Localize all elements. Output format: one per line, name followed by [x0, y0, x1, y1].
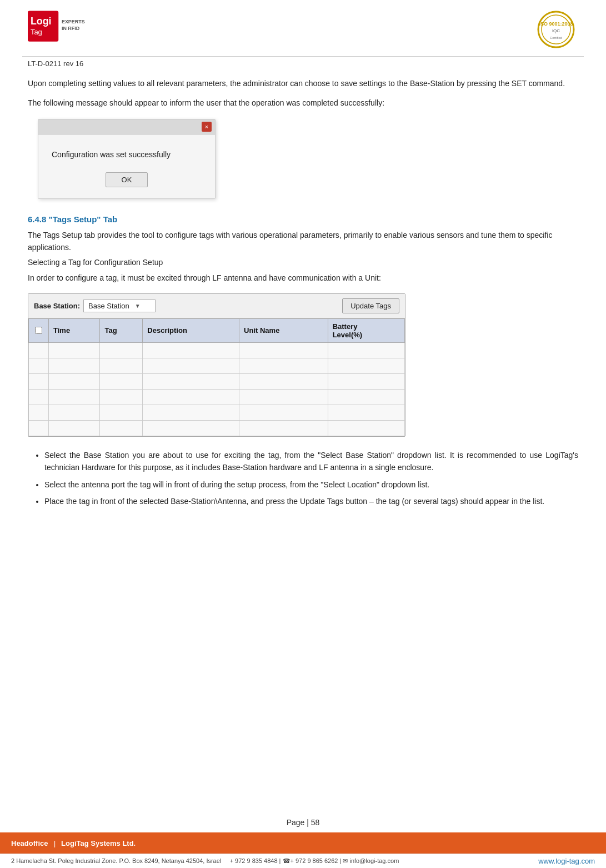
doc-reference: LT-D-0211 rev 16 — [28, 59, 578, 68]
chevron-down-icon: ▼ — [135, 303, 141, 309]
svg-text:Logi: Logi — [31, 16, 52, 27]
intro-para2: The following message should appear to i… — [28, 97, 578, 109]
svg-text:EXPERTS: EXPERTS — [62, 19, 85, 24]
section-648-para2: Selecting a Tag for Configuration Setup — [28, 257, 578, 269]
footer-address: 2 Hamelacha St. Poleg Industrial Zone. P… — [11, 857, 221, 864]
dialog-titlebar: × — [38, 119, 215, 134]
svg-text:Tag: Tag — [31, 28, 42, 36]
base-station-dropdown[interactable]: Base Station ▼ — [83, 300, 156, 312]
logitag-logo: Logi Tag EXPERTS IN RFID — [28, 10, 100, 45]
list-item: Select the antenna port the tag will in … — [44, 478, 578, 491]
instructions-list: Select the Base Station you are about to… — [44, 449, 578, 508]
col-tag: Tag — [100, 318, 143, 342]
footer-company-name: LogiTag Systems Ltd. — [61, 839, 136, 847]
select-all-checkbox[interactable] — [35, 327, 42, 334]
tags-table-body — [29, 342, 405, 436]
table-row — [29, 358, 405, 373]
footer-address-text: 2 Hamelacha St. Poleg Industrial Zone. P… — [11, 857, 399, 865]
base-station-selector: Base Station: Base Station ▼ — [34, 300, 156, 312]
table-row — [29, 405, 405, 420]
dialog-body: Configuration was set successfully OK — [38, 134, 215, 198]
iso-logo: ISO 9001:2008 IQC Certified — [534, 10, 578, 51]
col-battery-level: BatteryLevel(%) — [328, 318, 404, 342]
table-row — [29, 342, 405, 358]
list-item: Select the Base Station you are about to… — [44, 449, 578, 474]
tags-table-header: Time Tag Description Unit Name BatteryLe… — [29, 318, 405, 342]
table-row — [29, 373, 405, 389]
footer-headoffice-label: Headoffice — [11, 839, 48, 847]
footer-separator: | — [53, 839, 56, 847]
svg-text:IN RFID: IN RFID — [62, 26, 80, 31]
intro-para1: Upon completing setting values to all re… — [28, 78, 578, 89]
page-header: Logi Tag EXPERTS IN RFID ISO 9001:2008 I… — [0, 0, 606, 56]
update-tags-button[interactable]: Update Tags — [342, 298, 399, 313]
footer-website: www.logi-tag.com — [538, 857, 595, 865]
base-station-value: Base Station — [88, 302, 129, 310]
page-number: Page | 58 — [0, 810, 606, 832]
main-content: LT-D-0211 rev 16 Upon completing setting… — [0, 57, 606, 810]
section-648-para3: In order to configure a tag, it must be … — [28, 272, 578, 285]
col-description: Description — [143, 318, 239, 342]
dialog-message: Configuration was set successfully — [52, 150, 202, 159]
tags-table: Time Tag Description Unit Name BatteryLe… — [28, 318, 405, 436]
base-station-label: Base Station: — [34, 302, 80, 310]
dialog-ok-button[interactable]: OK — [106, 172, 148, 187]
svg-text:Certified: Certified — [550, 36, 562, 39]
svg-text:ISO 9001:2008: ISO 9001:2008 — [539, 21, 573, 27]
col-checkbox — [29, 318, 49, 342]
svg-text:IQC: IQC — [552, 28, 560, 33]
list-item: Place the tag in front of the selected B… — [44, 495, 578, 507]
section-648-heading: 6.4.8 "Tags Setup" Tab — [28, 214, 578, 224]
table-row — [29, 389, 405, 405]
config-dialog-screenshot: × Configuration was set successfully OK — [38, 119, 216, 199]
footer-address-bar: 2 Hamelacha St. Poleg Industrial Zone. P… — [0, 854, 606, 868]
tags-panel-screenshot: Base Station: Base Station ▼ Update Tags — [28, 293, 405, 437]
footer-phone: + 972 9 835 4848 | ☎+ 972 9 865 6262 | ✉… — [230, 857, 399, 864]
table-row — [29, 420, 405, 436]
section-648-para1: The Tags Setup tab provides the tool to … — [28, 230, 578, 253]
tags-panel-toolbar: Base Station: Base Station ▼ Update Tags — [28, 294, 405, 318]
footer-bar: Headoffice | LogiTag Systems Ltd. — [0, 832, 606, 854]
dialog-close-button[interactable]: × — [202, 122, 212, 132]
col-time: Time — [49, 318, 100, 342]
col-unit-name: Unit Name — [239, 318, 328, 342]
